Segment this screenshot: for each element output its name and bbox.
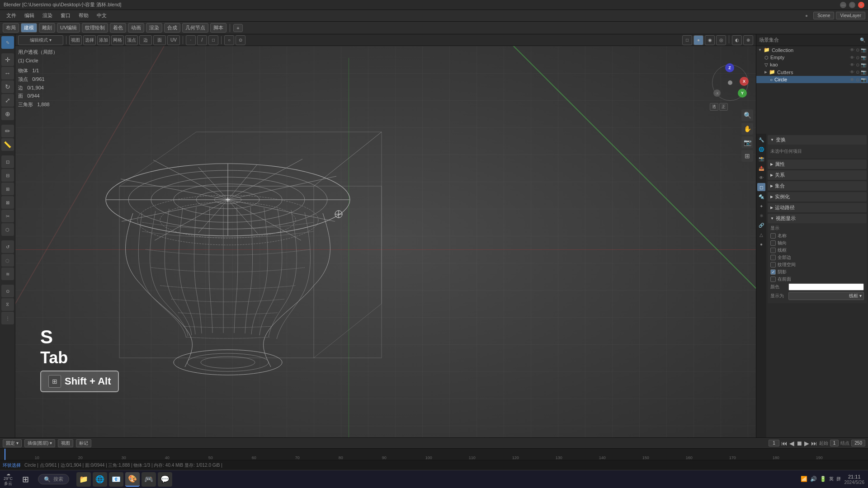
props-scene-icon[interactable]: 🌐 — [757, 145, 765, 153]
tool-move[interactable]: ↔ — [1, 67, 14, 80]
props-constraints-icon[interactable]: 🔗 — [757, 221, 765, 229]
select-face[interactable]: □ — [208, 35, 218, 45]
tool-extrude[interactable]: ⊡ — [1, 155, 14, 168]
viewport[interactable]: 编辑模式 ▾ 视图 选择 添加 网格 顶点 边 面 UV · / □ ○ ⊙ □… — [15, 34, 756, 437]
shading-solid[interactable]: ● — [693, 35, 703, 45]
mode-sculpt[interactable]: 雕刻 — [39, 23, 55, 33]
windows-start[interactable]: ⊞ — [18, 472, 33, 487]
shading-material[interactable]: ◉ — [705, 35, 715, 45]
tool-rotate[interactable]: ↻ — [1, 80, 14, 93]
tl-type[interactable]: 插值(图层) ▾ — [24, 439, 55, 447]
empty-render[interactable]: 📷 — [861, 55, 866, 60]
taskbar-app-2[interactable]: 🌐 — [93, 472, 107, 487]
cutters-render[interactable]: 📷 — [861, 70, 866, 75]
cb-shadow[interactable] — [770, 269, 776, 275]
select-edge[interactable]: / — [197, 35, 207, 45]
language-cn[interactable]: 拼 — [836, 476, 841, 482]
tool-loop-cut[interactable]: ⊠ — [1, 196, 14, 209]
kao-vis[interactable]: 👁 — [850, 62, 854, 67]
mode-compositing[interactable]: 合成 — [164, 23, 180, 33]
vp-mode-select[interactable]: 编辑模式 ▾ — [18, 35, 63, 45]
outliner-empty[interactable]: ⬡ Empty 👁 ⊙ 📷 — [756, 54, 868, 61]
gizmo-xneg[interactable]: -X — [713, 89, 721, 97]
viewlayer-select[interactable]: ViewLayer — [836, 12, 865, 19]
props-data-icon[interactable]: △ — [757, 230, 765, 239]
tool-poly-build[interactable]: ⬡ — [1, 223, 14, 236]
props-material-icon[interactable]: ● — [757, 240, 765, 248]
play-back[interactable]: ◀ — [789, 440, 794, 447]
tool-bevel[interactable]: ⊞ — [1, 183, 14, 195]
outliner-kao[interactable]: ▽ kao 👁 ⊙ 📷 — [756, 61, 868, 68]
mode-texture-paint[interactable]: 纹理绘制 — [82, 23, 108, 33]
empty-select[interactable]: ⊙ — [856, 55, 859, 60]
tool-shrink-flatten[interactable]: ⊙ — [1, 285, 14, 297]
playhead[interactable] — [5, 449, 5, 460]
collection-render[interactable]: 📷 — [861, 47, 866, 52]
cutters-vis[interactable]: 👁 — [850, 70, 854, 75]
transform-section-title[interactable]: ▼ 变换 — [768, 135, 867, 145]
kao-render[interactable]: 📷 — [861, 62, 866, 67]
outliner-filter[interactable]: 🔍 — [860, 38, 865, 42]
scene-select[interactable]: Scene — [813, 12, 834, 19]
clock[interactable]: 21:11 2024/5/26 — [844, 474, 865, 485]
menu-help[interactable]: 帮助 — [75, 11, 92, 20]
attributes-section-title[interactable]: ▶ 属性 — [768, 160, 867, 169]
gizmo-circle[interactable]: X Y Z -X — [712, 65, 748, 101]
frame-input[interactable]: 1 — [769, 440, 779, 446]
vp-select[interactable]: 选择 — [83, 35, 96, 45]
menu-chinese[interactable]: 中文 — [93, 11, 110, 20]
tool-smooth-vertex[interactable]: ◌ — [1, 254, 14, 267]
xray-btn[interactable]: ⊕ — [743, 35, 753, 45]
vp-uv[interactable]: UV — [167, 35, 180, 45]
props-view-icon[interactable]: 👁 — [757, 174, 765, 182]
menu-file[interactable]: 文件 — [3, 11, 20, 20]
outliner-cutters[interactable]: ▶ 📁 Cutters 👁 ⊙ 📷 — [756, 68, 868, 76]
camera-view[interactable]: 📷 — [741, 136, 753, 148]
kao-select[interactable]: ⊙ — [856, 62, 859, 67]
tool-measure[interactable]: 📏 — [1, 138, 14, 151]
mode-indicator[interactable]: ✎ — [1, 36, 14, 49]
outliner-collection[interactable]: ▼ 📁 Collection 👁 ⊙ 📷 — [756, 46, 868, 54]
tl-mode[interactable]: 固定 ▾ — [3, 439, 22, 447]
search-bar[interactable]: 🔍 搜索 — [38, 474, 69, 484]
scene-canvas[interactable]: 用户透视（局部） (1) Circle 物体 1/1 顶点 0/961 边 0/… — [15, 46, 756, 437]
cb-axis[interactable] — [770, 240, 776, 246]
navigation-gizmo[interactable]: X Y Z -X 透 正 — [710, 62, 750, 112]
cutters-select[interactable]: ⊙ — [856, 70, 859, 75]
taskbar-app-5[interactable]: 🎮 — [142, 472, 156, 487]
collection-view[interactable]: ⊞ — [741, 150, 753, 162]
maximize-button[interactable]: □ — [849, 2, 855, 8]
timeline-ruler[interactable]: 10 20 30 40 50 60 70 80 90 100 110 120 1… — [0, 449, 868, 460]
vp-edge[interactable]: 边 — [139, 35, 152, 45]
gizmo-x-axis[interactable]: X — [740, 77, 749, 86]
props-modifier-icon[interactable]: 🔩 — [757, 192, 765, 201]
view-display-title[interactable]: ▼ 视图显示 — [768, 214, 867, 223]
menu-window[interactable]: 窗口 — [57, 11, 74, 20]
gizmo-z-axis[interactable]: Z — [725, 63, 734, 72]
collection-section-title[interactable]: ▶ 集合 — [768, 181, 867, 191]
collection-vis[interactable]: 👁 — [850, 47, 854, 52]
mode-geo-nodes[interactable]: 几何节点 — [182, 23, 208, 33]
proportional-edit[interactable]: ○ — [224, 35, 234, 45]
cb-name[interactable] — [770, 233, 776, 239]
display-as-select[interactable]: 线框 ▾ — [788, 292, 864, 300]
language-en[interactable]: 英 — [829, 476, 834, 482]
tool-rip-region[interactable]: ⋮ — [1, 312, 14, 324]
taskbar-app-3[interactable]: 📧 — [109, 472, 123, 487]
tool-knife[interactable]: ✂ — [1, 210, 14, 222]
props-output-icon[interactable]: 📤 — [757, 164, 765, 172]
tool-slide-relax[interactable]: ≋ — [1, 267, 14, 280]
cb-wire[interactable] — [770, 248, 776, 253]
props-tool-icon[interactable]: 🔧 — [757, 136, 765, 144]
mode-shading[interactable]: 着色 — [110, 23, 126, 33]
outliner-circle[interactable]: ○ Circle 👁 ⊙ 📷 — [756, 76, 868, 83]
menu-render[interactable]: 渲染 — [39, 11, 56, 20]
mode-uv[interactable]: UV编辑 — [57, 23, 80, 33]
vp-add[interactable]: 添加 — [97, 35, 110, 45]
taskbar-blender[interactable]: 🎨 — [125, 472, 140, 487]
props-physics-icon[interactable]: ⚛ — [757, 211, 765, 220]
start-value[interactable]: 1 — [830, 440, 839, 446]
cb-alledges[interactable] — [770, 255, 776, 260]
ortho-button[interactable]: 正 — [719, 103, 728, 111]
shading-wire[interactable]: □ — [682, 35, 692, 45]
